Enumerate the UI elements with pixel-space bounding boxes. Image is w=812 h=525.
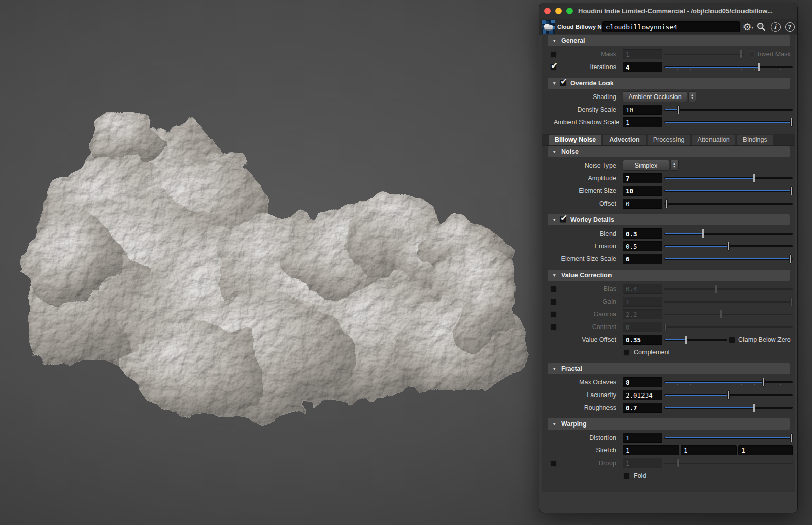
slider-handle[interactable] (789, 254, 792, 264)
stretch-field-2[interactable] (738, 445, 793, 455)
section-fractal: ▼FractalMax OctavesLacunarityRoughness (550, 363, 788, 414)
search-icon[interactable] (755, 21, 767, 33)
amplitude-slider[interactable] (664, 173, 793, 183)
slider-handle[interactable] (753, 403, 755, 412)
section-toggle-override-look[interactable]: ✔ (560, 80, 566, 86)
node-name-input[interactable] (602, 21, 740, 32)
offset-field[interactable] (623, 199, 662, 209)
traffic-lights (544, 8, 573, 14)
element-size-slider[interactable] (664, 186, 793, 196)
distortion-slider[interactable] (664, 433, 793, 443)
iterations-field[interactable] (623, 62, 662, 72)
invert-mask-checkbox (748, 51, 755, 58)
amplitude-field[interactable] (623, 173, 662, 183)
slider-handle[interactable] (727, 390, 730, 400)
complement-checkbox[interactable] (623, 349, 630, 356)
slider-handle[interactable] (762, 378, 765, 387)
distortion-field[interactable] (623, 433, 662, 443)
parameters-window: Houdini Indie Limited-Commercial - /obj/… (539, 3, 798, 513)
value-offset-slider[interactable] (664, 335, 727, 345)
slider-handle[interactable] (790, 118, 793, 127)
collapse-triangle-icon[interactable]: ▼ (552, 418, 556, 430)
slider-handle[interactable] (685, 335, 687, 344)
row-ambient-shadow-scale: Ambient Shadow Scale (550, 116, 788, 129)
section-title: Fractal (561, 363, 582, 374)
max-octaves-field[interactable] (623, 377, 662, 387)
density-scale-slider[interactable] (664, 105, 793, 115)
gear-caret-icon: ▾ (751, 23, 753, 32)
help-icon[interactable]: ? (784, 21, 796, 33)
info-icon[interactable]: i (769, 21, 782, 33)
slider-handle[interactable] (790, 433, 793, 442)
tab-processing[interactable]: Processing (647, 134, 691, 145)
blend-label: Blend (554, 227, 616, 240)
noise-type-dropdown[interactable]: Simplex (623, 160, 669, 171)
collapse-triangle-icon[interactable]: ▼ (552, 146, 556, 157)
section-toggle-worley-details[interactable]: ✔ (560, 216, 566, 223)
max-octaves-slider[interactable] (664, 377, 793, 387)
close-button[interactable] (544, 8, 551, 14)
gear-icon[interactable]: ⚙▾ (741, 21, 753, 33)
titlebar[interactable]: Houdini Indie Limited-Commercial - /obj/… (539, 3, 797, 19)
section-header-worley-details[interactable]: ▼✔Worley Details (548, 214, 790, 225)
density-scale-field[interactable] (623, 105, 662, 115)
section-header-general[interactable]: ▼General (548, 35, 790, 46)
mask-slider (664, 49, 744, 59)
element-size-scale-field[interactable] (623, 254, 662, 264)
erosion-field[interactable] (623, 241, 662, 251)
slider-handle[interactable] (677, 105, 680, 114)
stretch-field-1[interactable] (681, 445, 737, 455)
shading-spinner[interactable]: ▲▼ (688, 91, 696, 102)
bias-label: Bias (554, 283, 616, 296)
offset-slider[interactable] (664, 199, 793, 209)
tab-attenuation[interactable]: Attenuation (692, 134, 736, 145)
noise-type-spinner[interactable]: ▲▼ (670, 160, 679, 171)
collapse-triangle-icon[interactable]: ▼ (552, 270, 556, 281)
section-warping: ▼WarpingDistortionStretchDroopFold (550, 418, 788, 482)
section-header-value-correction[interactable]: ▼Value Correction (548, 270, 790, 281)
element-size-scale-slider[interactable] (664, 254, 793, 264)
ambient-shadow-scale-slider[interactable] (664, 117, 793, 127)
slider-handle[interactable] (727, 242, 730, 251)
blend-field[interactable] (623, 228, 662, 239)
slider-handle[interactable] (702, 229, 704, 238)
row-amplitude: Amplitude (550, 172, 788, 185)
tab-billowy-noise[interactable]: Billowy Noise (549, 134, 602, 145)
erosion-slider[interactable] (664, 241, 793, 251)
collapse-triangle-icon[interactable]: ▼ (552, 78, 556, 89)
fold-checkbox[interactable] (623, 473, 630, 479)
collapse-triangle-icon[interactable]: ▼ (552, 363, 556, 374)
blend-slider[interactable] (664, 228, 793, 239)
slider-handle[interactable] (790, 186, 793, 195)
gain-field (623, 297, 662, 307)
collapse-triangle-icon[interactable]: ▼ (552, 35, 556, 46)
collapse-triangle-icon[interactable]: ▼ (552, 214, 556, 225)
tab-advection[interactable]: Advection (603, 134, 646, 145)
row-complement: Complement (550, 346, 788, 359)
slider-handle[interactable] (753, 174, 755, 183)
lacunarity-field[interactable] (623, 390, 662, 400)
clamp-below-zero-checkbox[interactable] (729, 337, 735, 343)
invert-mask-label: Invert Mask (758, 48, 791, 61)
stretch-field-0[interactable] (623, 445, 679, 455)
section-header-fractal[interactable]: ▼Fractal (548, 363, 790, 374)
section-header-noise[interactable]: ▼Noise (548, 146, 790, 157)
roughness-slider[interactable] (664, 403, 793, 413)
roughness-field[interactable] (623, 403, 662, 413)
spinner-down-icon: ▼ (691, 97, 694, 100)
section-header-override-look[interactable]: ▼✔Override Look (548, 78, 790, 89)
section-noise: ▼NoiseNoise TypeSimplex▲▼AmplitudeElemen… (550, 146, 788, 210)
slider-handle[interactable] (665, 199, 668, 208)
minimize-button[interactable] (555, 8, 562, 14)
iterations-slider[interactable] (664, 62, 793, 72)
ambient-shadow-scale-field[interactable] (623, 117, 662, 127)
slider-handle[interactable] (758, 62, 760, 72)
tab-bindings[interactable]: Bindings (737, 134, 773, 145)
value-offset-field[interactable] (623, 335, 662, 345)
lacunarity-slider[interactable] (664, 390, 793, 400)
element-size-scale-label: Element Size Scale (554, 253, 616, 266)
element-size-field[interactable] (623, 186, 662, 196)
section-header-warping[interactable]: ▼Warping (548, 418, 790, 430)
shading-dropdown[interactable]: Ambient Occlusion (623, 91, 687, 102)
zoom-button[interactable] (566, 8, 573, 14)
